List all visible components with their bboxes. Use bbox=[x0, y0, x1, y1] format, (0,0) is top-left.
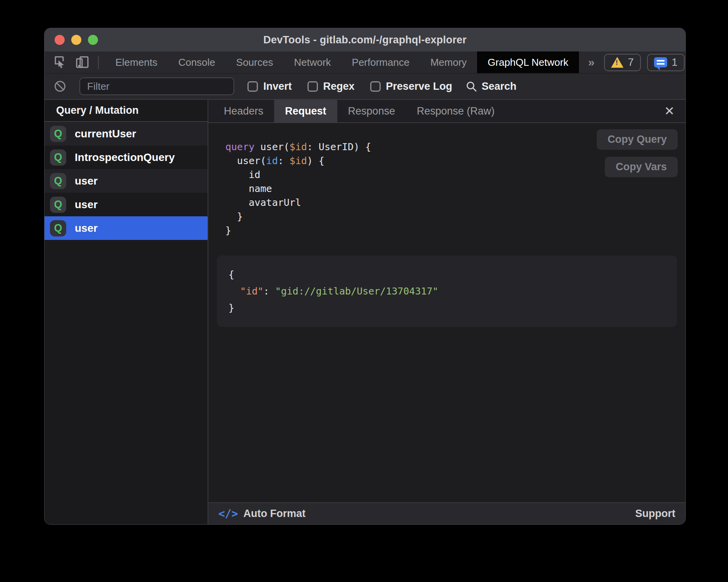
filter-toolbar: InvertRegexPreserve Log Search bbox=[45, 74, 685, 100]
checkbox-preserve-log[interactable]: Preserve Log bbox=[370, 80, 452, 92]
toolbar-separator bbox=[98, 56, 99, 69]
code-token: : bbox=[278, 155, 289, 166]
devtools-tab-memory[interactable]: Memory bbox=[420, 51, 477, 73]
code-token: } bbox=[228, 302, 234, 313]
devtools-tab-console[interactable]: Console bbox=[168, 51, 225, 73]
more-tabs-icon[interactable]: » bbox=[579, 51, 604, 73]
code-token: "id" bbox=[240, 286, 263, 297]
code-line: "id": "gid://gitlab/User/13704317" bbox=[228, 283, 665, 300]
window-title: DevTools - gitlab.com/-/graphql-explorer bbox=[263, 34, 467, 46]
traffic-lights bbox=[55, 28, 98, 51]
close-window-button[interactable] bbox=[55, 35, 65, 45]
code-token: user( bbox=[254, 141, 289, 152]
query-list-item[interactable]: Quser bbox=[45, 169, 208, 193]
inspect-element-icon[interactable] bbox=[53, 55, 67, 69]
filter-checkboxes: InvertRegexPreserve Log bbox=[247, 80, 452, 92]
close-panel-icon[interactable]: ✕ bbox=[653, 104, 685, 118]
query-type-badge: Q bbox=[50, 126, 66, 142]
title-bar: DevTools - gitlab.com/-/graphql-explorer bbox=[45, 28, 685, 51]
devtools-tab-bar: ElementsConsoleSourcesNetworkPerformance… bbox=[45, 51, 685, 74]
checkbox-box[interactable] bbox=[307, 81, 318, 92]
query-name-label: user bbox=[75, 175, 98, 187]
panel-tab-request[interactable]: Request bbox=[274, 100, 337, 122]
query-type-badge: Q bbox=[50, 173, 66, 189]
code-line: avatarUrl bbox=[225, 196, 677, 210]
code-token: id bbox=[225, 169, 260, 180]
devtools-tabs: ElementsConsoleSourcesNetworkPerformance… bbox=[105, 51, 579, 73]
code-token: name bbox=[225, 183, 272, 194]
code-token: $id bbox=[290, 141, 307, 152]
warning-count: 7 bbox=[628, 56, 634, 68]
query-list-item[interactable]: Quser bbox=[45, 216, 208, 240]
checkbox-label: Preserve Log bbox=[386, 80, 452, 92]
search-icon bbox=[465, 80, 477, 92]
code-token: ) { bbox=[307, 155, 325, 166]
code-token: user( bbox=[225, 155, 266, 166]
checkbox-box[interactable] bbox=[370, 81, 381, 92]
query-list-item[interactable]: QcurrentUser bbox=[45, 122, 208, 146]
checkbox-invert[interactable]: Invert bbox=[247, 80, 292, 92]
devtools-tab-network[interactable]: Network bbox=[283, 51, 341, 73]
code-token: : bbox=[263, 286, 275, 297]
query-name-label: user bbox=[75, 199, 98, 211]
code-line: } bbox=[225, 224, 677, 238]
detail-panel: HeadersRequestResponseResponse (Raw) ✕ C… bbox=[208, 100, 685, 524]
code-brackets-icon: </> bbox=[218, 507, 238, 520]
query-name-label: IntrospectionQuery bbox=[75, 151, 175, 164]
zoom-window-button[interactable] bbox=[88, 35, 98, 45]
filter-input[interactable] bbox=[79, 77, 234, 95]
query-list-item[interactable]: QIntrospectionQuery bbox=[45, 146, 208, 169]
query-sidebar: Query / Mutation QcurrentUserQIntrospect… bbox=[45, 100, 208, 524]
code-token bbox=[228, 286, 240, 297]
devtools-tab-sources[interactable]: Sources bbox=[226, 51, 283, 73]
query-list-item[interactable]: Quser bbox=[45, 193, 208, 216]
query-list: QcurrentUserQIntrospectionQueryQuserQuse… bbox=[45, 122, 208, 524]
code-token: query bbox=[225, 141, 254, 152]
clear-filter-icon[interactable] bbox=[54, 80, 66, 92]
warnings-badge[interactable]: 7 bbox=[604, 54, 641, 71]
code-line: name bbox=[225, 182, 677, 196]
support-link[interactable]: Support bbox=[635, 508, 675, 520]
auto-format-button[interactable]: </> Auto Format bbox=[218, 507, 306, 520]
code-token: $id bbox=[290, 155, 307, 166]
copy-buttons: Copy Query Copy Vars bbox=[597, 129, 678, 177]
device-toolbar-icon[interactable] bbox=[76, 55, 89, 69]
code-line: { bbox=[228, 266, 665, 283]
panel-tab-response[interactable]: Response bbox=[337, 100, 406, 122]
query-type-badge: Q bbox=[50, 197, 66, 213]
code-token: } bbox=[225, 211, 243, 222]
panel-tabs: HeadersRequestResponseResponse (Raw) bbox=[213, 100, 505, 122]
copy-query-button[interactable]: Copy Query bbox=[597, 129, 678, 150]
message-count: 1 bbox=[672, 56, 678, 68]
devtools-tab-performance[interactable]: Performance bbox=[342, 51, 420, 73]
checkbox-box[interactable] bbox=[247, 81, 258, 92]
search-toggle[interactable]: Search bbox=[465, 80, 517, 92]
query-type-badge: Q bbox=[50, 220, 66, 236]
query-variables-box: { "id": "gid://gitlab/User/13704317"} bbox=[217, 255, 677, 327]
warning-icon bbox=[611, 57, 623, 68]
code-token: : UserID) { bbox=[307, 141, 371, 152]
query-name-label: user bbox=[75, 222, 98, 235]
devtools-tool-icons bbox=[45, 51, 105, 73]
code-token: } bbox=[225, 225, 231, 236]
sidebar-header: Query / Mutation bbox=[45, 100, 208, 122]
issues-badge[interactable]: 1 bbox=[647, 54, 685, 71]
devtools-tab-graphql-network[interactable]: GraphQL Network bbox=[477, 51, 579, 73]
code-token: { bbox=[228, 269, 234, 280]
minimize-window-button[interactable] bbox=[71, 35, 81, 45]
query-name-label: currentUser bbox=[75, 128, 136, 140]
main-split: Query / Mutation QcurrentUserQIntrospect… bbox=[45, 100, 685, 524]
search-label: Search bbox=[482, 80, 517, 92]
code-line: } bbox=[228, 300, 665, 316]
checkbox-label: Regex bbox=[323, 80, 355, 92]
devtools-right-controls: 7 1 ⚙ bbox=[604, 51, 686, 73]
devtools-tab-elements[interactable]: Elements bbox=[105, 51, 168, 73]
panel-tab-response-raw-[interactable]: Response (Raw) bbox=[406, 100, 505, 122]
code-token: "gid://gitlab/User/13704317" bbox=[275, 286, 438, 297]
message-icon bbox=[654, 57, 667, 67]
copy-vars-button[interactable]: Copy Vars bbox=[605, 157, 678, 177]
panel-tab-headers[interactable]: Headers bbox=[213, 100, 274, 122]
checkbox-regex[interactable]: Regex bbox=[307, 80, 355, 92]
query-type-badge: Q bbox=[50, 149, 66, 166]
panel-tab-bar: HeadersRequestResponseResponse (Raw) ✕ bbox=[208, 100, 685, 123]
